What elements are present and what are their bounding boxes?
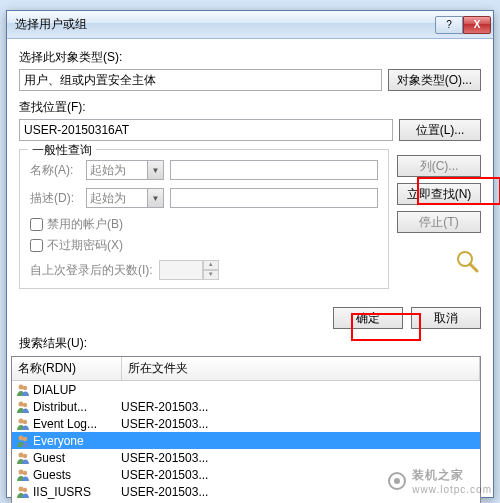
window-title: 选择用户或组: [15, 16, 435, 33]
svg-point-3: [23, 385, 27, 389]
ok-button[interactable]: 确定: [333, 307, 403, 329]
svg-point-10: [19, 452, 24, 457]
desc-mode-combo[interactable]: ▼: [86, 188, 164, 208]
noexpire-password-box[interactable]: [30, 239, 43, 252]
name-input[interactable]: [170, 160, 378, 180]
results-label: 搜索结果(U):: [7, 333, 493, 354]
common-queries-legend: 一般性查询: [28, 142, 96, 159]
titlebar[interactable]: 选择用户或组 ? X: [7, 11, 493, 39]
list-item[interactable]: GuestsUSER-201503...: [12, 466, 480, 483]
results-list[interactable]: 名称(RDN) 所在文件夹 DIALUPDistribut...USER-201…: [11, 356, 481, 503]
list-item[interactable]: IIS_IUSRSUSER-201503...: [12, 483, 480, 500]
object-type-field[interactable]: [19, 69, 382, 91]
group-icon: [15, 450, 31, 466]
days-since-logon-label: 自上次登录后的天数(I):: [30, 262, 153, 279]
list-item[interactable]: DIALUP: [12, 381, 480, 398]
chevron-down-icon[interactable]: ▼: [147, 189, 163, 207]
dialog-content: 选择此对象类型(S): 对象类型(O)... 查找位置(F): 位置(L)...…: [7, 39, 493, 303]
group-icon: [15, 416, 31, 432]
common-queries-group: 一般性查询 名称(A): ▼ 描述(D): ▼: [19, 149, 389, 289]
noexpire-password-checkbox[interactable]: 不过期密码(X): [30, 237, 378, 254]
name-mode-combo[interactable]: ▼: [86, 160, 164, 180]
noexpire-password-label: 不过期密码(X): [47, 237, 123, 254]
help-button[interactable]: ?: [435, 16, 463, 34]
disabled-accounts-label: 禁用的帐户(B): [47, 216, 123, 233]
search-now-button[interactable]: 立即查找(N): [397, 183, 481, 205]
chevron-down-icon[interactable]: ▼: [203, 270, 219, 280]
name-label: 名称(A):: [30, 162, 80, 179]
list-item[interactable]: GuestUSER-201503...: [12, 449, 480, 466]
close-button[interactable]: X: [463, 16, 491, 34]
svg-point-5: [23, 402, 27, 406]
object-types-button[interactable]: 对象类型(O)...: [388, 69, 481, 91]
search-icon: [453, 247, 481, 278]
col-name-header[interactable]: 名称(RDN): [12, 357, 122, 380]
svg-point-13: [23, 470, 27, 474]
svg-point-12: [19, 469, 24, 474]
svg-point-7: [23, 419, 27, 423]
group-icon: [15, 399, 31, 415]
svg-point-11: [23, 453, 27, 457]
row-folder: USER-201503...: [121, 451, 208, 465]
days-spinner[interactable]: ▲ ▼: [159, 260, 219, 280]
results-header[interactable]: 名称(RDN) 所在文件夹: [12, 357, 480, 381]
stop-button[interactable]: 停止(T): [397, 211, 481, 233]
svg-line-1: [470, 264, 477, 271]
desc-input[interactable]: [170, 188, 378, 208]
svg-point-14: [19, 486, 24, 491]
list-item[interactable]: Event Log...USER-201503...: [12, 415, 480, 432]
days-value[interactable]: [159, 260, 203, 280]
object-type-label: 选择此对象类型(S):: [19, 49, 481, 66]
row-folder: USER-201503...: [121, 417, 208, 431]
row-name: Event Log...: [33, 417, 121, 431]
dialog-window: 选择用户或组 ? X 选择此对象类型(S): 对象类型(O)... 查找位置(F…: [6, 10, 494, 498]
chevron-down-icon[interactable]: ▼: [147, 161, 163, 179]
col-folder-header[interactable]: 所在文件夹: [122, 357, 480, 380]
svg-point-4: [19, 401, 24, 406]
group-icon: [15, 467, 31, 483]
group-icon: [15, 433, 31, 449]
columns-button[interactable]: 列(C)...: [397, 155, 481, 177]
location-label: 查找位置(F):: [19, 99, 481, 116]
chevron-up-icon[interactable]: ▲: [203, 260, 219, 270]
svg-point-15: [23, 487, 27, 491]
group-icon: [15, 484, 31, 500]
row-name: Guests: [33, 468, 121, 482]
row-folder: USER-201503...: [121, 400, 208, 414]
list-item[interactable]: Distribut...USER-201503...: [12, 398, 480, 415]
disabled-accounts-box[interactable]: [30, 218, 43, 231]
list-item[interactable]: Everyone: [12, 432, 480, 449]
svg-point-9: [23, 436, 27, 440]
svg-point-8: [19, 435, 24, 440]
row-name: Guest: [33, 451, 121, 465]
row-name: Distribut...: [33, 400, 121, 414]
group-icon: [15, 382, 31, 398]
row-folder: USER-201503...: [121, 485, 208, 499]
desc-label: 描述(D):: [30, 190, 80, 207]
disabled-accounts-checkbox[interactable]: 禁用的帐户(B): [30, 216, 378, 233]
row-name: Everyone: [33, 434, 121, 448]
row-name: IIS_IUSRS: [33, 485, 121, 499]
locations-button[interactable]: 位置(L)...: [399, 119, 481, 141]
svg-point-2: [19, 384, 24, 389]
row-folder: USER-201503...: [121, 468, 208, 482]
svg-point-6: [19, 418, 24, 423]
location-field[interactable]: [19, 119, 393, 141]
cancel-button[interactable]: 取消: [411, 307, 481, 329]
row-name: DIALUP: [33, 383, 121, 397]
